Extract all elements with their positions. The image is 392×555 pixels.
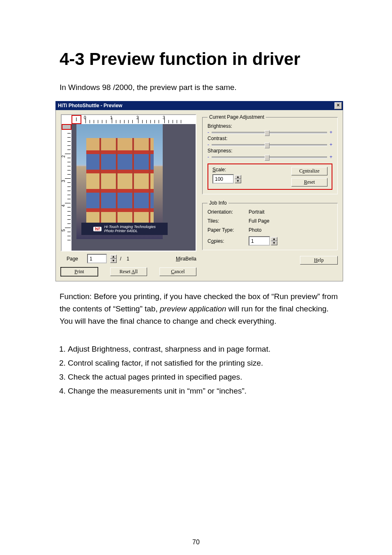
- ruler-origin-highlight: I: [71, 115, 81, 124]
- paper-type-label: Paper Type:: [208, 227, 249, 233]
- list-item: Check the actual pages printed in specif…: [68, 370, 339, 384]
- print-button[interactable]: Print: [61, 267, 98, 276]
- copies-input[interactable]: 1: [249, 236, 270, 246]
- logo: hi!: [93, 227, 101, 231]
- list-item: Control scaling factor, if not satisfied…: [68, 356, 339, 370]
- job-info-group: Job Info Orientation: Portrait Tiles: Fu…: [202, 200, 338, 250]
- contrast-slider[interactable]: [212, 141, 327, 148]
- spin-down-icon[interactable]: ▼: [235, 179, 241, 183]
- vertical-ruler: 2 3 4 5: [62, 124, 71, 251]
- brightness-label: Brightness:: [208, 123, 332, 129]
- spin-up-icon[interactable]: ▲: [110, 255, 117, 259]
- copies-label: Copies:: [208, 238, 249, 244]
- page-number: 70: [0, 539, 392, 546]
- centralize-button[interactable]: Centralize: [291, 167, 327, 175]
- spin-up-icon[interactable]: ▲: [271, 237, 277, 241]
- reset-button[interactable]: Reset: [291, 178, 327, 187]
- scale-spinner[interactable]: ▲▼: [235, 175, 241, 183]
- copies-spinner[interactable]: ▲▼: [271, 237, 277, 245]
- contrast-label: Contrast:: [208, 136, 332, 141]
- page-spinner[interactable]: ▲▼: [110, 255, 117, 263]
- sharpness-slider[interactable]: [212, 154, 327, 160]
- plus-icon: +: [330, 154, 332, 160]
- ruler-label: 2: [61, 155, 66, 158]
- spin-up-icon[interactable]: ▲: [235, 175, 241, 179]
- list-item: Change the measurements unit in “mm” or …: [68, 384, 339, 398]
- section-heading: 4-3 Preview function in driver: [60, 49, 339, 69]
- preview-image[interactable]: hi! Hi-Touch Imaging TechnologiesPhoto P…: [71, 124, 196, 251]
- job-info-legend: Job Info: [208, 200, 228, 206]
- spin-down-icon[interactable]: ▼: [110, 259, 117, 263]
- tiles-label: Tiles:: [208, 218, 249, 224]
- page-separator: /: [120, 256, 121, 262]
- page-total: 1: [125, 256, 131, 262]
- ruler-origin-vert-highlight: [62, 124, 71, 130]
- adjustment-legend: Current Page Adjustment: [208, 114, 266, 120]
- minus-icon: -: [208, 129, 209, 135]
- preview-canvas-area: I 0 1 2 3: [61, 114, 196, 251]
- scale-label: Scale:: [212, 167, 241, 173]
- close-icon[interactable]: ×: [334, 102, 342, 109]
- dialog-title: HiTi PhotoShuttle - Preview: [58, 103, 122, 108]
- spin-down-icon[interactable]: ▼: [271, 241, 277, 245]
- orientation-label: Orientation:: [208, 209, 249, 215]
- mirabella-label[interactable]: MiraBella: [176, 256, 196, 262]
- help-button[interactable]: Help: [300, 256, 338, 265]
- paper-type-value: Photo: [249, 227, 332, 233]
- list-item: Adjust Brightness, contrast, sharpness a…: [68, 342, 339, 356]
- current-page-adjustment-group: Current Page Adjustment Brightness: -+ C…: [202, 114, 338, 194]
- function-paragraph: Function: Before you printing, if you ha…: [60, 290, 339, 327]
- scale-highlight-box: Scale: 100 ▲▼ Centralize Reset: [208, 164, 332, 190]
- orientation-value: Portrait: [249, 209, 332, 215]
- ruler-label: 5: [61, 229, 66, 232]
- intro-paragraph: In Windows 98 /2000, the preview part is…: [60, 81, 339, 94]
- preview-dialog-screenshot: HiTi PhotoShuttle - Preview × I 0 1 2: [55, 101, 343, 281]
- cancel-button[interactable]: Cancel: [159, 267, 196, 276]
- photo-caption: Hi-Touch Imaging TechnologiesPhoto Print…: [104, 225, 155, 233]
- dialog-titlebar: HiTi PhotoShuttle - Preview ×: [55, 101, 343, 110]
- minus-icon: -: [208, 142, 209, 147]
- minus-icon: -: [208, 154, 209, 160]
- page-label: Page: [61, 256, 84, 262]
- page-input[interactable]: 1: [87, 254, 107, 263]
- brightness-slider[interactable]: [212, 129, 327, 136]
- feature-list: Adjust Brightness, contrast, sharpness a…: [57, 342, 339, 398]
- scale-input[interactable]: 100: [212, 174, 234, 184]
- sharpness-label: Sharpness:: [208, 148, 332, 154]
- tiles-value: Full Page: [249, 218, 332, 224]
- ruler-label: 3: [61, 180, 66, 182]
- plus-icon: +: [330, 142, 332, 147]
- reset-all-button[interactable]: Reset All: [110, 267, 147, 276]
- ruler-label: 4: [61, 205, 66, 207]
- plus-icon: +: [330, 129, 332, 135]
- horizontal-ruler: I 0 1 2 3: [71, 115, 196, 124]
